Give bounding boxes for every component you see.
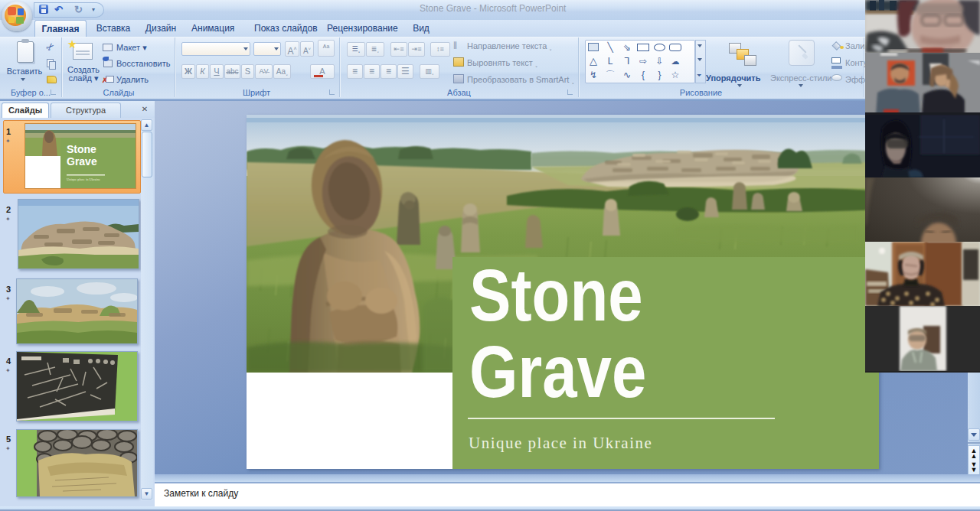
svg-text:Grave: Grave bbox=[67, 155, 97, 168]
svg-text:Unique place in Ukraine: Unique place in Ukraine bbox=[67, 177, 100, 181]
svg-text:Stone: Stone bbox=[67, 143, 96, 155]
